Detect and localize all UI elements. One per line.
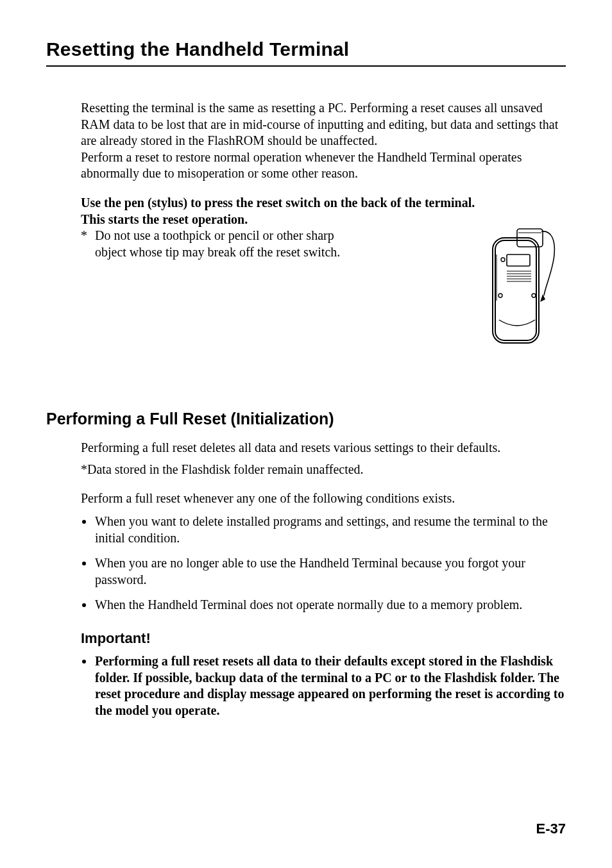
intro-paragraph-1: Resetting the terminal is the same as re… <box>81 100 566 149</box>
full-reset-paragraph-1: Performing a full reset deletes all data… <box>81 440 566 456</box>
svg-rect-0 <box>493 238 539 343</box>
title-underline <box>46 65 566 67</box>
star-note-text: Do not use a toothpick or pencil or othe… <box>95 228 357 260</box>
important-bullet: Performing a full reset resets all data … <box>81 653 566 719</box>
page-body: Resetting the terminal is the same as re… <box>46 71 566 719</box>
list-item: When you are no longer able to use the H… <box>81 555 566 588</box>
reset-instruction-line-1: Use the pen (stylus) to press the reset … <box>81 195 566 212</box>
svg-point-12 <box>532 294 536 297</box>
star-note: * Do not use a toothpick or pencil or ot… <box>81 228 357 260</box>
list-item: When the Handheld Terminal does not oper… <box>81 597 566 613</box>
note-and-figure-row: * Do not use a toothpick or pencil or ot… <box>81 228 566 352</box>
page-title-block: Resetting the Handheld Terminal <box>46 38 566 67</box>
page-number: E-37 <box>536 821 566 837</box>
section-heading-full-reset: Performing a Full Reset (Initialization) <box>46 410 566 428</box>
page-title: Resetting the Handheld Terminal <box>46 38 566 60</box>
list-item: When you want to delete installed progra… <box>81 513 566 546</box>
full-reset-paragraph-2: *Data stored in the Flashdisk folder rem… <box>81 462 566 478</box>
handheld-terminal-icon <box>470 224 559 352</box>
full-reset-conditions-list: When you want to delete installed progra… <box>81 513 566 613</box>
full-reset-paragraph-3: Perform a full reset whenever any one of… <box>81 490 566 507</box>
svg-point-10 <box>501 258 505 262</box>
terminal-illustration <box>470 224 566 352</box>
important-block: Important! Performing a full reset reset… <box>81 630 566 719</box>
svg-point-11 <box>498 294 502 297</box>
intro-paragraph-2: Perform a reset to restore normal operat… <box>81 149 566 182</box>
document-page: Resetting the Handheld Terminal Resettin… <box>0 0 612 868</box>
svg-rect-4 <box>507 255 530 266</box>
important-heading: Important! <box>81 630 566 647</box>
star-marker: * <box>81 228 95 260</box>
